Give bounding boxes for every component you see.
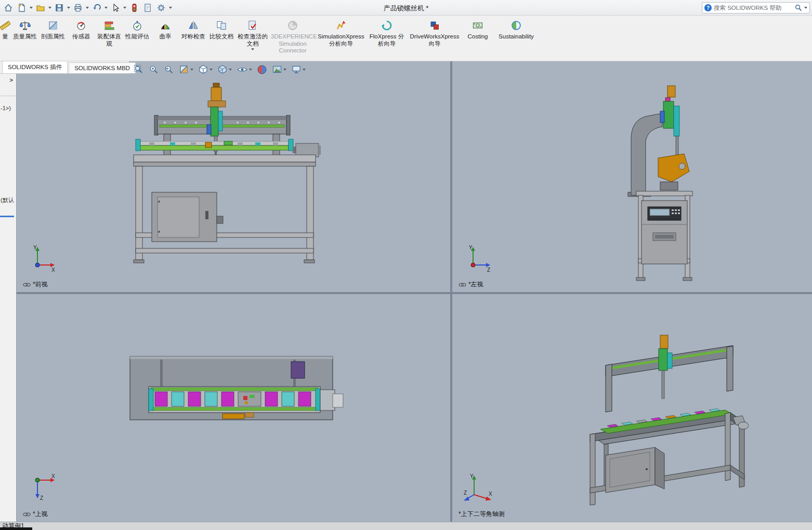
apply-scene-caret[interactable] xyxy=(283,69,286,71)
new-document-flyout-caret[interactable] xyxy=(30,7,33,9)
view-settings-monitor-icon xyxy=(291,64,302,75)
measure-icon xyxy=(0,19,10,32)
appearance-ball-icon xyxy=(257,64,267,75)
select-tool-button[interactable] xyxy=(109,2,122,14)
viewport-label-top: *上视 xyxy=(23,510,48,519)
ribbon-tool-driveworksxpress[interactable]: DriveWorksXpress 向导 xyxy=(408,18,462,59)
options-button[interactable] xyxy=(155,2,167,14)
viewport-isometric[interactable]: Y X Z *上下二等角轴测 xyxy=(452,294,812,522)
search-icon[interactable] xyxy=(795,4,802,11)
ribbon-tool-label: SimulationXpress 分析向导 xyxy=(317,33,365,47)
new-document-icon xyxy=(17,3,27,12)
viewport-label-isometric: *上下二等角轴测 xyxy=(459,510,505,519)
undo-button[interactable] xyxy=(90,2,103,14)
select-flyout-caret[interactable] xyxy=(123,7,126,9)
help-search-box[interactable]: ? xyxy=(702,2,810,14)
driveworksxpress-icon xyxy=(429,19,440,32)
ribbon-tool-label: 曲率 xyxy=(152,33,178,41)
ribbon-tool-curvature[interactable]: 曲率 xyxy=(152,18,179,59)
motion-study-strip xyxy=(0,527,32,530)
ribbon-tool-assembly-visualization[interactable]: 装配体直观 xyxy=(96,18,123,59)
ribbon-tool-measure[interactable]: 量 xyxy=(0,18,10,59)
previous-view-button[interactable] xyxy=(163,64,175,75)
hide-show-items-button[interactable] xyxy=(235,64,253,75)
section-view-caret[interactable] xyxy=(190,69,193,71)
viewport-top[interactable]: X Z *上视 xyxy=(17,294,450,522)
view-settings-caret[interactable] xyxy=(303,69,306,71)
open-folder-icon xyxy=(36,3,45,12)
apply-scene-icon xyxy=(272,64,282,75)
viewport-front[interactable]: Y X *前视 xyxy=(17,61,450,292)
ribbon-tool-label: Sustainability xyxy=(494,33,538,41)
check-active-document-icon xyxy=(247,19,258,32)
save-flyout-caret[interactable] xyxy=(67,7,70,9)
search-input[interactable] xyxy=(714,5,793,11)
options-flyout-caret[interactable] xyxy=(169,7,172,9)
viewport-splitter-vertical[interactable] xyxy=(450,61,452,522)
orientation-triad: Y X xyxy=(29,243,57,273)
quick-access-toolbar xyxy=(2,2,173,14)
open-flyout-caret[interactable] xyxy=(48,7,51,9)
performance-evaluation-icon xyxy=(132,19,143,32)
zoom-to-area-button[interactable] xyxy=(148,64,160,75)
ribbon-tool-label: 剖面属性 xyxy=(40,33,66,41)
display-style-cube-icon xyxy=(217,64,228,75)
orientation-triad: X Z xyxy=(29,472,57,503)
search-scope-caret[interactable] xyxy=(804,7,807,9)
left-view-model[interactable] xyxy=(624,77,707,284)
sensor-gauge-icon xyxy=(75,19,87,32)
status-bar: 动算例1 xyxy=(0,522,812,530)
selection-indicator xyxy=(0,216,14,217)
open-button[interactable] xyxy=(34,2,47,14)
expand-panel-arrow[interactable]: > xyxy=(10,77,13,83)
svg-text:X: X xyxy=(51,267,55,273)
view-orientation-button[interactable] xyxy=(197,64,214,75)
hide-show-caret[interactable] xyxy=(249,69,252,71)
top-view-model[interactable] xyxy=(126,352,344,428)
ribbon-tool-compare-documents[interactable]: 比较文档 xyxy=(208,18,235,59)
ribbon-tool-floxpress[interactable]: FloXpress 分析向导 xyxy=(367,18,407,59)
tab-solidworks-mbd[interactable]: SOLIDWORKS MBD xyxy=(69,62,136,73)
viewport-splitter-horizontal[interactable] xyxy=(17,292,812,294)
front-view-model[interactable] xyxy=(113,77,331,269)
edit-appearance-button[interactable] xyxy=(256,64,268,75)
file-properties-button[interactable] xyxy=(141,2,154,14)
rebuild-traffic-light-icon xyxy=(129,3,139,12)
isometric-view-model[interactable] xyxy=(577,333,749,512)
home-icon xyxy=(4,3,13,12)
section-view-button[interactable] xyxy=(178,64,194,75)
view-orientation-caret[interactable] xyxy=(209,69,213,71)
save-button[interactable] xyxy=(53,2,66,14)
ribbon-tool-sensors[interactable]: 传感器 xyxy=(68,18,95,59)
ribbon-tool-simulationxpress[interactable]: SimulationXpress 分析向导 xyxy=(316,18,366,59)
ribbon-tool-section-properties[interactable]: 剖面属性 xyxy=(40,18,67,59)
ribbon-tool-performance-evaluation[interactable]: 性能评估 xyxy=(124,18,151,59)
ribbon-tool-check-active-document[interactable]: 检查激活的文档 xyxy=(236,18,269,59)
mass-properties-icon xyxy=(19,19,31,32)
home-button[interactable] xyxy=(2,2,15,14)
undo-flyout-caret[interactable] xyxy=(104,7,108,9)
svg-text:Y: Y xyxy=(469,245,473,250)
view-settings-button[interactable] xyxy=(290,64,307,75)
help-icon[interactable]: ? xyxy=(704,4,712,11)
ribbon-tool-costing[interactable]: Costing xyxy=(463,18,493,59)
viewport-left[interactable]: Y Z *左视 xyxy=(452,61,812,292)
zoom-to-fit-button[interactable] xyxy=(133,64,145,75)
linked-view-icon xyxy=(23,282,31,287)
ribbon-tool-mass-properties[interactable]: 质量属性 xyxy=(11,18,38,59)
print-flyout-caret[interactable] xyxy=(86,7,89,9)
ribbon-tool-sustainability[interactable]: Sustainability xyxy=(494,18,539,59)
svg-text:X: X xyxy=(51,473,55,479)
print-button[interactable] xyxy=(72,2,84,14)
display-style-caret[interactable] xyxy=(229,69,232,71)
display-style-button[interactable] xyxy=(216,64,233,75)
apply-scene-button[interactable] xyxy=(271,64,287,75)
check-document-flyout-caret[interactable] xyxy=(251,48,254,50)
viewport-label-text: *上下二等角轴测 xyxy=(459,510,505,519)
new-document-button[interactable] xyxy=(16,2,28,14)
ribbon-tool-label: DriveWorksXpress 向导 xyxy=(408,33,461,47)
svg-text:Y: Y xyxy=(33,245,37,250)
ribbon-tool-symmetry-check[interactable]: 对称检查 xyxy=(180,18,207,59)
tab-solidworks-addins[interactable]: SOLIDWORKS 插件 xyxy=(2,61,68,73)
rebuild-button[interactable] xyxy=(128,2,140,14)
